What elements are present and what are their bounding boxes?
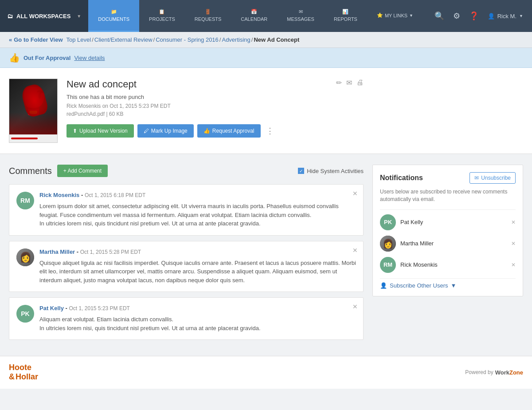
document-file: redPunchAd.pdf | 60 KB (66, 111, 364, 117)
comment-close-button[interactable]: ✕ (352, 190, 358, 197)
comment-close-button[interactable]: ✕ (352, 247, 358, 254)
projects-label: PROJECTS (149, 16, 175, 22)
notifications-box: Notifications ✉ Unsubscribe Users below … (372, 165, 523, 296)
document-action-buttons: ⬆ Upload New Version 🖊 Mark Up Image 👍 R… (66, 124, 364, 138)
notifications-divider (380, 209, 516, 210)
requests-label: REQUESTS (195, 16, 222, 22)
user-avatar-icon: 👤 (488, 13, 495, 20)
search-icon[interactable]: 🔍 (431, 8, 448, 24)
nav-right-controls: 🔍 ⚙ ❓ 👤 Rick M. ▼ (426, 0, 532, 32)
breadcrumb-sep4: / (251, 36, 253, 43)
document-title: New ad concept (66, 79, 137, 90)
breadcrumb-advertising[interactable]: Advertising (222, 36, 250, 43)
print-icon[interactable]: 🖨 (356, 79, 364, 87)
user-label: Rick M. (497, 13, 516, 20)
settings-icon[interactable]: ⚙ (450, 8, 464, 24)
add-comment-label: + Add Comment (63, 168, 102, 174)
nav-requests[interactable]: 🚪 REQUESTS (185, 0, 231, 32)
request-approval-button[interactable]: 👍 Request Approval (197, 124, 261, 138)
powered-text: Powered by (465, 369, 493, 375)
document-thumbnail: 🥊 (9, 79, 58, 143)
requests-icon: 🚪 (205, 9, 211, 15)
nav-messages[interactable]: ✉ MESSAGES (277, 0, 324, 32)
avatar: RM (16, 192, 34, 209)
breadcrumb-consumer[interactable]: Consumer - Spring 2016 (156, 36, 219, 43)
comment-header: Martha Miller - Oct 1, 2015 5:28 PM EDT (39, 248, 356, 255)
notif-user-item: PK Pat Kelly ✕ (380, 214, 516, 230)
comment-date: Oct 1, 2015 5:28 PM EDT (80, 249, 141, 255)
view-details-link[interactable]: View details (74, 55, 105, 61)
email-icon[interactable]: ✉ (346, 79, 352, 87)
company-logo: Hoote & Hollar (9, 363, 38, 382)
subscribe-icon: 👤 (380, 282, 387, 289)
edit-icon[interactable]: ✏ (336, 79, 342, 87)
breadcrumb-toplevel[interactable]: Top Level (66, 36, 91, 43)
notifications-description: Users below are subscribed to receive ne… (380, 188, 516, 203)
nav-calendar[interactable]: 📅 CALENDAR (231, 0, 277, 32)
status-badge: Out For Approval (23, 55, 70, 61)
approval-icon: 👍 (9, 52, 20, 63)
hide-activities-toggle[interactable]: ✓ Hide System Activities (298, 168, 364, 174)
comment-dash: - (66, 305, 69, 311)
mylinks-chevron: ▼ (409, 13, 413, 18)
hide-activities-label: Hide System Activities (307, 168, 364, 174)
notif-user-avatar: 👩 (380, 236, 396, 252)
markup-button[interactable]: 🖊 Mark Up Image (137, 124, 194, 138)
workspace-icon: 🗂 (7, 13, 13, 20)
reports-icon: 📊 (342, 9, 348, 15)
more-actions-button[interactable]: ⋮ (264, 124, 276, 138)
subscribe-other-users[interactable]: 👤 Subscribe Other Users ▼ (380, 278, 516, 289)
help-icon[interactable]: ❓ (466, 8, 482, 24)
mylinks-label: MY LINKS (385, 13, 407, 18)
email-icon: ✉ (474, 175, 479, 181)
documents-label: DOCUMENTS (98, 16, 129, 22)
document-info: New ad concept ✏ ✉ 🖨 This one has a bit … (66, 79, 364, 138)
breadcrumb-clientreview[interactable]: Client/External Review (94, 36, 153, 43)
upload-label: Upload New Version (79, 128, 128, 134)
breadcrumb-sep1: / (92, 36, 94, 43)
notif-user-name: Pat Kelly (400, 219, 507, 225)
nav-documents[interactable]: 📁 DOCUMENTS (88, 0, 139, 32)
comment-author: Rick Mosenkis (39, 192, 79, 198)
documents-icon: 📁 (111, 9, 117, 15)
avatar-initials: PK (21, 310, 29, 317)
upload-icon: ⬆ (73, 128, 77, 134)
notif-remove-button[interactable]: ✕ (511, 240, 516, 247)
notifications-title: Notifications (380, 174, 423, 182)
comments-header: Comments + Add Comment ✓ Hide System Act… (9, 165, 364, 177)
workspace-label: ALL WORKSPACES (16, 13, 70, 20)
comment-text: Aliquam erat volutpat. Etiam lacinia dic… (39, 315, 356, 332)
comment-header: Rick Mosenkis - Oct 1, 2015 6:18 PM EDT (39, 192, 356, 198)
breadcrumb-links: Top Level / Client/External Review / Con… (66, 36, 300, 43)
back-to-folder[interactable]: « Go to Folder View (9, 36, 63, 43)
document-actions-icons: ✏ ✉ 🖨 (336, 79, 364, 87)
comment-close-button[interactable]: ✕ (352, 303, 358, 310)
add-comment-button[interactable]: + Add Comment (57, 165, 108, 177)
comment-body: Rick Mosenkis - Oct 1, 2015 6:18 PM EDT … (39, 192, 356, 228)
markup-label: Mark Up Image (151, 128, 188, 134)
hide-activities-checkbox[interactable]: ✓ (298, 168, 304, 174)
nav-mylinks[interactable]: ⭐ MY LINKS ▼ (367, 0, 423, 32)
nav-projects[interactable]: 📋 PROJECTS (139, 0, 185, 32)
comment-body: Martha Miller - Oct 1, 2015 5:28 PM EDT … (39, 248, 356, 285)
user-menu[interactable]: 👤 Rick M. ▼ (484, 13, 527, 20)
notifications-header: Notifications ✉ Unsubscribe (380, 172, 516, 184)
notif-user-item: RM Rick Mosenkis ✕ (380, 257, 516, 273)
breadcrumb-current: New Ad Concept (254, 36, 299, 43)
upload-version-button[interactable]: ⬆ Upload New Version (66, 124, 134, 138)
unsubscribe-button[interactable]: ✉ Unsubscribe (469, 172, 516, 184)
notif-remove-button[interactable]: ✕ (511, 262, 516, 268)
footer: Hoote & Hollar Powered by WorkZone (0, 356, 532, 389)
comment-item: RM Rick Mosenkis - Oct 1, 2015 6:18 PM E… (9, 184, 364, 236)
comment-dash: - (81, 192, 85, 198)
logo-line2: & Hollar (9, 372, 38, 382)
logo-line1: Hoote (9, 363, 38, 372)
back-label: Go to Folder View (14, 36, 63, 43)
nav-reports[interactable]: 📊 REPORTS (324, 0, 367, 32)
notif-remove-button[interactable]: ✕ (511, 219, 516, 225)
comment-dash: - (77, 248, 80, 255)
workspace-selector[interactable]: 🗂 ALL WORKSPACES ▼ (0, 0, 88, 32)
back-arrow-icon: « (9, 36, 12, 43)
comment-author: Martha Miller (39, 248, 75, 255)
calendar-icon: 📅 (251, 9, 257, 15)
